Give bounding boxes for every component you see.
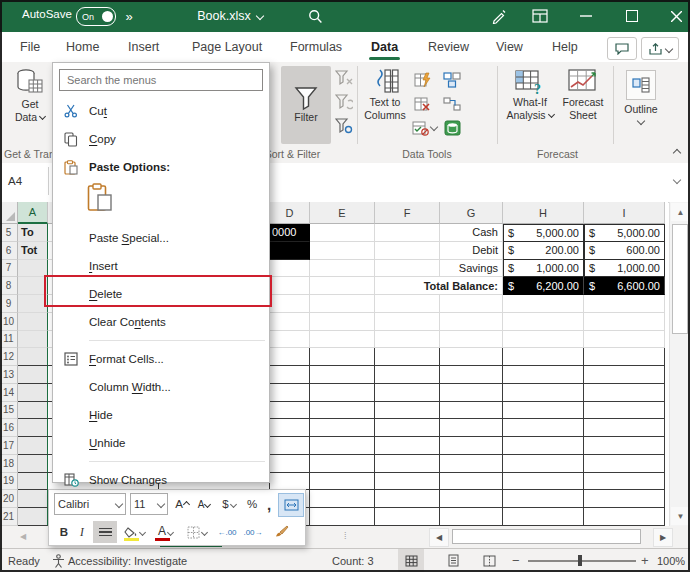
cell-E19[interactable] [310,473,375,491]
font-color-button[interactable]: A [152,521,179,543]
cell-F7[interactable] [375,260,440,278]
cell-I12[interactable] [584,348,665,366]
cell-F14[interactable] [375,384,440,402]
cell-G15[interactable] [440,402,503,420]
cell-A21[interactable] [18,508,48,526]
format-painter-button[interactable] [269,521,293,543]
autosave-toggle[interactable]: On [76,7,116,26]
scroll-right-button[interactable]: ▶ [653,528,673,547]
tab-data[interactable]: Data [371,32,398,61]
cell-D5[interactable]: 0000 [270,224,310,242]
cell-E16[interactable] [310,419,375,437]
cell-E12[interactable] [310,348,375,366]
cell-E8[interactable] [310,277,375,295]
italic-button[interactable]: I [74,521,90,543]
relationships-button[interactable] [442,94,462,114]
row-header[interactable]: 10 [0,313,18,331]
cell-D19[interactable] [270,473,310,491]
tab-formulas[interactable]: Formulas [290,32,342,61]
cell-G8[interactable]: Total Balance: [375,277,503,295]
tab-home[interactable]: Home [66,32,99,61]
cell-A12[interactable] [18,348,48,366]
tab-page-layout[interactable]: Page Layout [192,32,262,61]
cell-D7[interactable] [270,260,310,278]
row-header[interactable]: 11 [0,331,18,349]
cell-F21[interactable] [375,508,440,526]
cell-H11[interactable] [503,331,584,349]
scroll-down-button[interactable]: ▼ [671,507,690,525]
bold-button[interactable]: B [56,521,72,543]
select-all-corner[interactable] [0,202,18,224]
cell-A20[interactable] [18,490,48,508]
paste-keep-source-button[interactable] [87,181,113,217]
cell-G16[interactable] [440,419,503,437]
cell-H7[interactable]: $1,000.00 [503,260,584,278]
cell-G14[interactable] [440,384,503,402]
cell-D14[interactable] [270,384,310,402]
cell-A16[interactable] [18,419,48,437]
decrease-font-size-button[interactable]: A [194,493,214,515]
cell-G20[interactable] [440,490,503,508]
cell-F15[interactable] [375,402,440,420]
cell-A5[interactable]: To [18,224,48,242]
cell-D16[interactable] [270,419,310,437]
cell-E15[interactable] [310,402,375,420]
cell-G13[interactable] [440,366,503,384]
zoom-level[interactable]: 100% [657,549,685,572]
column-header-G[interactable]: G [440,202,503,224]
share-button[interactable] [641,37,679,60]
row-header[interactable]: 20 [0,490,18,508]
row-header[interactable]: 17 [0,437,18,455]
cell-G5[interactable]: Cash [440,224,503,242]
increase-font-size-button[interactable]: A [172,493,192,515]
status-accessibility[interactable]: Accessibility: Investigate [68,549,187,572]
name-box[interactable]: A4 [0,167,49,195]
forecast-sheet-button[interactable]: Forecast Sheet [558,68,608,122]
row-header[interactable]: 12 [0,348,18,366]
accounting-format-button[interactable]: $ [217,493,241,515]
cell-D15[interactable] [270,402,310,420]
cell-H15[interactable] [503,402,584,420]
cell-F12[interactable] [375,348,440,366]
cell-I16[interactable] [584,419,665,437]
get-data-button[interactable]: Get Data [8,68,52,124]
cell-D13[interactable] [270,366,310,384]
cell-E17[interactable] [310,437,375,455]
cell-A19[interactable] [18,473,48,491]
flash-fill-button[interactable] [412,70,432,90]
cell-I17[interactable] [584,437,665,455]
tab-insert[interactable]: Insert [128,32,159,61]
cell-H21[interactable] [503,508,584,526]
menu-item-hide[interactable]: Hide [53,401,269,429]
cell-I8[interactable]: $6,600.00 [584,277,665,295]
row-header[interactable]: 9 [0,295,18,313]
menu-search-input[interactable] [60,74,262,86]
cell-I21[interactable] [584,508,665,526]
percent-style-button[interactable]: % [243,493,261,515]
advanced-filter-button[interactable] [334,116,354,136]
column-header-A[interactable]: A [18,202,48,224]
cell-E10[interactable] [310,313,375,331]
merge-center-button[interactable] [278,493,304,517]
cell-H16[interactable] [503,419,584,437]
cell-I20[interactable] [584,490,665,508]
cell-G9[interactable] [440,295,503,313]
quick-access-overflow-button[interactable]: » [121,0,137,32]
tab-file[interactable]: File [20,32,40,61]
cell-F17[interactable] [375,437,440,455]
font-name-dropdown[interactable]: Calibri [54,493,126,515]
page-layout-view-button[interactable] [440,549,466,572]
row-header[interactable]: 15 [0,402,18,420]
menu-item-column-width[interactable]: Column Width... [53,373,269,401]
comma-style-button[interactable]: , [262,493,276,515]
cell-A13[interactable] [18,366,48,384]
cell-E13[interactable] [310,366,375,384]
consolidate-button[interactable] [442,70,462,90]
menu-item-clear-contents[interactable]: Clear Contents [53,308,269,336]
cell-I19[interactable] [584,473,665,491]
cell-I7[interactable]: $1,000.00 [584,260,665,278]
sheet-tab-scroll-left[interactable]: ◀ [14,528,32,545]
cell-E20[interactable] [310,490,375,508]
cell-F16[interactable] [375,419,440,437]
cell-G21[interactable] [440,508,503,526]
